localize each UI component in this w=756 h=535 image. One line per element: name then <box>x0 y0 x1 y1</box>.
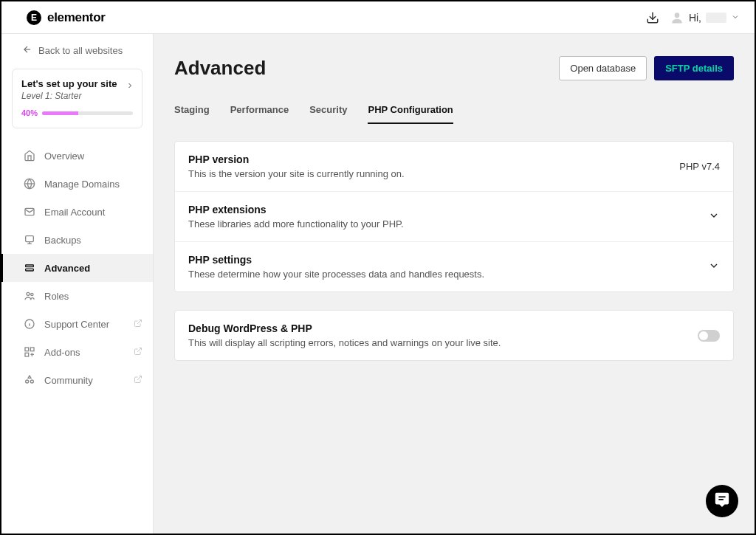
progress-percent: 40% <box>21 108 38 117</box>
setup-level: Level 1: Starter <box>21 91 133 101</box>
svg-rect-9 <box>26 265 34 267</box>
sidebar-item-email-account[interactable]: Email Account <box>1 198 153 226</box>
header-right: Hi, <box>646 10 740 25</box>
row-title: PHP version <box>188 153 679 165</box>
app-header: E elementor Hi, <box>1 1 755 34</box>
sidebar-item-label: Roles <box>44 291 69 302</box>
content: Advanced Open database SFTP details Stag… <box>154 34 755 534</box>
user-name-redacted <box>706 13 726 23</box>
row-desc: This will display all scripting errors, … <box>188 337 698 348</box>
svg-rect-18 <box>30 348 34 351</box>
row-title: PHP extensions <box>188 204 699 215</box>
body: Back to all websites Let's set up your s… <box>1 34 755 534</box>
svg-point-12 <box>31 293 33 295</box>
sftp-details-button[interactable]: SFTP details <box>654 56 734 80</box>
sidebar-item-label: Manage Domains <box>44 179 120 190</box>
download-icon[interactable] <box>646 11 659 24</box>
page-actions: Open database SFTP details <box>559 56 734 80</box>
debug-panel: Debug WordPress & PHP This will display … <box>174 310 734 361</box>
tab-security[interactable]: Security <box>309 104 347 124</box>
tab-php-configuration[interactable]: PHP Configuration <box>368 104 453 124</box>
avatar-icon <box>670 10 684 25</box>
row-desc: These libraries add more functionality t… <box>188 218 699 229</box>
sidebar-item-label: Add-ons <box>44 347 80 358</box>
debug-toggle[interactable] <box>698 330 720 342</box>
sidebar-item-label: Email Account <box>44 207 105 218</box>
nav: Overview Manage Domains Email Account Ba… <box>1 139 153 394</box>
php-panel: PHP version This is the version your sit… <box>174 141 734 292</box>
svg-line-16 <box>137 320 142 324</box>
row-php-version[interactable]: PHP version This is the version your sit… <box>175 142 733 192</box>
chevron-down-icon <box>708 210 720 224</box>
sidebar-item-addons[interactable]: Add-ons <box>1 338 153 366</box>
chevron-down-icon <box>708 260 720 275</box>
svg-point-23 <box>26 380 29 383</box>
backup-icon <box>24 234 35 246</box>
home-icon <box>24 150 35 162</box>
svg-rect-10 <box>26 269 34 271</box>
sidebar-item-label: Backups <box>44 235 81 246</box>
external-link-icon <box>134 375 142 386</box>
external-link-icon <box>134 319 142 330</box>
page-head: Advanced Open database SFTP details <box>174 56 734 80</box>
external-link-icon <box>134 347 142 358</box>
tabs: Staging Performance Security PHP Configu… <box>174 104 734 125</box>
svg-line-25 <box>137 376 142 380</box>
row-text: PHP settings These determine how your si… <box>188 254 699 280</box>
sidebar-item-advanced[interactable]: Advanced <box>1 254 153 282</box>
open-database-button[interactable]: Open database <box>559 56 647 80</box>
setup-card[interactable]: Let's set up your site Level 1: Starter … <box>12 69 142 128</box>
svg-rect-27 <box>718 499 723 500</box>
back-label: Back to all websites <box>38 45 123 56</box>
chat-icon <box>714 491 730 511</box>
row-php-settings[interactable]: PHP settings These determine how your si… <box>175 242 733 291</box>
row-desc: This is the version your site is current… <box>188 168 679 179</box>
info-icon <box>24 318 35 330</box>
community-icon <box>24 374 35 386</box>
sidebar-item-overview[interactable]: Overview <box>1 142 153 170</box>
back-to-all-websites[interactable]: Back to all websites <box>1 34 153 64</box>
row-debug: Debug WordPress & PHP This will display … <box>175 311 733 360</box>
grid-plus-icon <box>24 346 35 358</box>
sidebar-item-label: Advanced <box>44 263 90 274</box>
svg-point-1 <box>675 13 680 18</box>
user-greeting: Hi, <box>689 12 701 24</box>
sidebar-item-label: Overview <box>44 151 84 162</box>
row-text: PHP version This is the version your sit… <box>188 153 679 179</box>
svg-point-11 <box>27 292 30 295</box>
app-frame: { "brand": { "name": "elementor", "logo_… <box>0 0 756 535</box>
sliders-icon <box>24 262 35 274</box>
mail-icon <box>24 206 35 218</box>
row-text: Debug WordPress & PHP This will display … <box>188 322 698 348</box>
progress-fill <box>42 111 78 115</box>
progress-bar <box>42 111 133 115</box>
svg-line-22 <box>137 348 142 352</box>
brand-name: elementor <box>47 10 106 25</box>
sidebar-item-roles[interactable]: Roles <box>1 282 153 310</box>
sidebar-item-label: Support Center <box>44 319 109 330</box>
row-desc: These determine how your site processes … <box>188 269 699 280</box>
content-inner: Advanced Open database SFTP details Stag… <box>154 34 755 383</box>
sidebar-item-community[interactable]: Community <box>1 366 153 394</box>
svg-point-24 <box>30 380 33 383</box>
tab-staging[interactable]: Staging <box>174 104 210 124</box>
setup-title: Let's set up your site <box>21 78 133 89</box>
svg-rect-19 <box>25 353 29 356</box>
sidebar-item-support-center[interactable]: Support Center <box>1 310 153 338</box>
progress-row: 40% <box>21 108 133 117</box>
brand-logo-icon: E <box>27 10 41 25</box>
chat-fab[interactable] <box>706 485 738 517</box>
row-text: PHP extensions These libraries add more … <box>188 204 699 229</box>
sidebar-item-manage-domains[interactable]: Manage Domains <box>1 170 153 198</box>
page-title: Advanced <box>174 57 266 80</box>
user-menu[interactable]: Hi, <box>670 10 740 25</box>
tab-performance[interactable]: Performance <box>230 104 289 124</box>
chevron-right-icon <box>126 80 134 93</box>
brand[interactable]: E elementor <box>27 10 106 25</box>
sidebar: Back to all websites Let's set up your s… <box>1 34 154 534</box>
chevron-down-icon <box>731 12 740 24</box>
svg-rect-17 <box>25 348 29 351</box>
php-version-value: PHP v7.4 <box>679 161 720 172</box>
row-php-extensions[interactable]: PHP extensions These libraries add more … <box>175 192 733 242</box>
sidebar-item-backups[interactable]: Backups <box>1 226 153 254</box>
